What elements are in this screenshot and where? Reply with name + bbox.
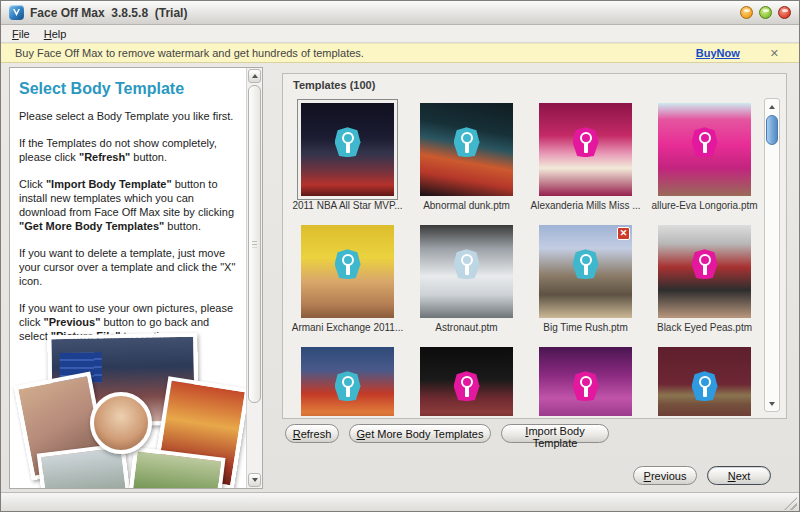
face-mask-icon xyxy=(335,127,361,157)
buy-now-link[interactable]: BuyNow xyxy=(696,47,740,59)
templates-groupbox: Templates (100) 2011 NBA All Star MVP...… xyxy=(282,73,787,419)
template-thumbnail[interactable] xyxy=(539,103,632,196)
template-item[interactable]: allure-Eva Longoria.ptm xyxy=(645,103,764,225)
collage-center-face xyxy=(90,392,152,454)
template-item[interactable]: Black Eyed Peas.ptm xyxy=(645,225,764,347)
status-bar xyxy=(1,492,799,512)
scroll-down-arrow[interactable] xyxy=(248,473,261,487)
templates-grid: 2011 NBA All Star MVP...Abnormal dunk.pt… xyxy=(288,98,766,416)
page-title: Select Body Template xyxy=(19,80,238,98)
delete-template-icon[interactable]: ✕ xyxy=(617,227,630,240)
template-thumbnail[interactable] xyxy=(658,225,751,318)
template-caption: Black Eyed Peas.ptm xyxy=(646,322,763,333)
promo-bar: Buy Face Off Max to remove watermark and… xyxy=(1,43,799,63)
template-item[interactable] xyxy=(645,347,764,416)
template-item[interactable] xyxy=(526,347,645,416)
face-mask-icon xyxy=(454,371,480,401)
left-panel-scrollbar[interactable] xyxy=(246,68,262,488)
face-mask-icon xyxy=(573,371,599,401)
instruction-paragraph: If you want to delete a template, just m… xyxy=(19,246,238,288)
face-mask-icon xyxy=(335,249,361,279)
template-item[interactable]: ✕Big Time Rush.ptm xyxy=(526,225,645,347)
menu-bar: FileHelp xyxy=(1,25,799,43)
app-window: Face Off Max 3.8.5.8 (Trial) FileHelp Bu… xyxy=(0,0,800,512)
face-mask-icon xyxy=(335,371,361,401)
scroll-up-arrow[interactable] xyxy=(766,100,778,113)
template-item[interactable]: Astronaut.ptm xyxy=(407,225,526,347)
templates-scrollbar[interactable] xyxy=(764,98,780,412)
template-thumbnail[interactable] xyxy=(658,103,751,196)
template-thumbnail[interactable] xyxy=(301,103,394,196)
template-item[interactable]: Alexanderia Mills Miss ... xyxy=(526,103,645,225)
template-item[interactable]: Abnormal dunk.ptm xyxy=(407,103,526,225)
instruction-paragraph: Click "Import Body Template" button to i… xyxy=(19,177,238,233)
previous-button[interactable]: Previous xyxy=(633,466,697,485)
template-caption: Astronaut.ptm xyxy=(408,322,525,333)
maximize-button[interactable] xyxy=(759,6,772,19)
resize-grip[interactable] xyxy=(784,497,797,510)
close-button[interactable] xyxy=(778,6,791,19)
face-mask-icon xyxy=(454,249,480,279)
template-caption: Big Time Rush.ptm xyxy=(527,322,644,333)
template-thumbnail[interactable] xyxy=(420,103,513,196)
template-caption: Armani Exchange 2011... xyxy=(289,322,406,333)
instructions-text: Please select a Body Template you like f… xyxy=(19,109,238,343)
template-item[interactable]: Armani Exchange 2011... xyxy=(288,225,407,347)
template-item[interactable]: 2011 NBA All Star MVP... xyxy=(288,103,407,225)
scroll-down-arrow[interactable] xyxy=(766,397,778,410)
face-mask-icon xyxy=(573,127,599,157)
instruction-paragraph: Please select a Body Template you like f… xyxy=(19,109,238,123)
template-thumbnail[interactable] xyxy=(539,347,632,416)
face-mask-icon xyxy=(454,127,480,157)
window-controls xyxy=(740,6,791,19)
face-mask-icon xyxy=(573,249,599,279)
instructions-panel: Select Body Template Please select a Bod… xyxy=(9,67,263,489)
minimize-button[interactable] xyxy=(740,6,753,19)
promo-close-icon[interactable]: ✕ xyxy=(770,47,779,60)
template-item[interactable] xyxy=(288,347,407,416)
menu-help[interactable]: Help xyxy=(37,27,74,41)
face-mask-icon xyxy=(692,249,718,279)
scrollbar-thumb[interactable] xyxy=(248,85,261,403)
scrollbar-thumb[interactable] xyxy=(766,115,778,145)
title-bar: Face Off Max 3.8.5.8 (Trial) xyxy=(1,1,799,25)
template-caption: Abnormal dunk.ptm xyxy=(408,200,525,211)
sample-collage-image xyxy=(20,330,248,489)
template-thumbnail[interactable] xyxy=(420,347,513,416)
template-caption: Alexanderia Mills Miss ... xyxy=(527,200,644,211)
face-mask-icon xyxy=(692,127,718,157)
templates-count-label: Templates (100) xyxy=(293,79,375,91)
template-thumbnail[interactable] xyxy=(420,225,513,318)
template-caption: allure-Eva Longoria.ptm xyxy=(646,200,763,211)
window-title: Face Off Max 3.8.5.8 (Trial) xyxy=(30,6,187,20)
template-thumbnail[interactable]: ✕ xyxy=(539,225,632,318)
template-caption: 2011 NBA All Star MVP... xyxy=(289,200,406,211)
template-thumbnail[interactable] xyxy=(301,225,394,318)
get-more-body-templates-button[interactable]: Get More Body Templates xyxy=(349,424,491,443)
refresh-button[interactable]: Refresh xyxy=(285,424,339,443)
instruction-paragraph: If the Templates do not show completely,… xyxy=(19,136,238,164)
menu-file[interactable]: File xyxy=(5,27,37,41)
template-thumbnail[interactable] xyxy=(301,347,394,416)
scroll-up-arrow[interactable] xyxy=(248,69,261,83)
template-thumbnail[interactable] xyxy=(658,347,751,416)
next-button[interactable]: Next xyxy=(707,466,771,485)
face-mask-icon xyxy=(692,371,718,401)
promo-text: Buy Face Off Max to remove watermark and… xyxy=(15,47,364,59)
import-body-template-button[interactable]: Import Body Template xyxy=(501,424,609,443)
main-content: Select Body Template Please select a Bod… xyxy=(1,63,799,492)
templates-grid-viewport: 2011 NBA All Star MVP...Abnormal dunk.pt… xyxy=(288,98,766,416)
app-logo-icon xyxy=(9,5,24,20)
template-item[interactable] xyxy=(407,347,526,416)
